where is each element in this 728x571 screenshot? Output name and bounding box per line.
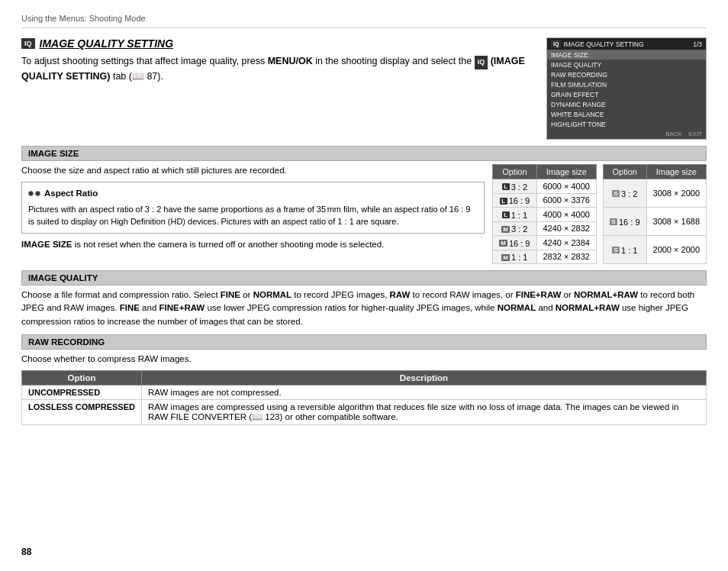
dot-icons — [28, 191, 40, 196]
menu-ok-label: MENU/OK — [268, 56, 313, 66]
table1-opt-1: L 16 : 9 — [493, 193, 536, 208]
table1-opt-2: L 1 : 1 — [493, 208, 536, 222]
table-row: S 3 : 2 3008 × 2000 — [603, 179, 706, 208]
size-table-1: Option Image size L 3 : 2 6000 × 4000 L … — [492, 164, 597, 264]
page-number: 88 — [21, 547, 31, 557]
table1-size-3: 4240 × 2832 — [536, 221, 596, 236]
table2-col1-header: Option — [603, 165, 646, 179]
menu-exit-label: EXIT — [688, 131, 702, 137]
table2-opt-1: S 16 : 9 — [603, 208, 646, 236]
menu-header-page: 1/3 — [693, 40, 702, 48]
table1-size-4: 4240 × 2384 — [536, 236, 596, 250]
image-size-note-bold: IMAGE SIZE — [21, 240, 72, 249]
aspect-ratio-title: Aspect Ratio — [28, 187, 478, 200]
camera-menu-footer: BACK EXIT — [547, 129, 706, 139]
menu-item-film-simulation: FILM SIMULATION — [547, 79, 706, 89]
image-quality-header: IMAGE QUALITY — [21, 270, 707, 286]
table-row: M 1 : 1 2832 × 2832 — [493, 250, 597, 264]
raw-desc-0: RAW images are not compressed. — [141, 386, 706, 400]
table-row: UNCOMPRESSED RAW images are not compress… — [22, 386, 707, 400]
table1-col1-header: Option — [493, 165, 536, 179]
iq-inline-icon: IQ — [475, 56, 488, 69]
table-row: M 16 : 9 4240 × 2384 — [493, 236, 597, 250]
table2-size-2: 2000 × 2000 — [646, 236, 706, 264]
size-tables: Option Image size L 3 : 2 6000 × 4000 L … — [492, 164, 707, 264]
table2-size-1: 3008 × 1688 — [646, 208, 706, 236]
table2-opt-0: S 3 : 2 — [603, 179, 646, 208]
dot-icon-1 — [28, 191, 34, 196]
menu-item-dynamic-range: DYNAMIC RANGE — [547, 99, 706, 109]
table-row: S 1 : 1 2000 × 2000 — [603, 236, 706, 264]
aspect-ratio-box: Aspect Ratio Pictures with an aspect rat… — [21, 182, 485, 233]
table-row: LOSSLESS COMPRESSED RAW images are compr… — [22, 400, 707, 425]
table1-col2-header: Image size — [536, 165, 596, 179]
size-table-2: Option Image size S 3 : 2 3008 × 2000 S … — [603, 164, 707, 264]
raw-recording-header: RAW RECORDING — [21, 334, 707, 350]
table2-opt-2: S 1 : 1 — [603, 236, 646, 264]
page-ref: 87 — [147, 71, 157, 82]
table1-size-2: 4000 × 4000 — [536, 208, 596, 222]
menu-item-image-quality: IMAGE QUALITY — [547, 60, 706, 69]
table-row: M 3 : 2 4240 × 2832 — [493, 221, 597, 236]
breadcrumb: Using the Menus: Shooting Mode — [21, 14, 707, 28]
raw-desc-1: RAW images are compressed using a revers… — [141, 400, 706, 425]
table-row: L 16 : 9 6000 × 3376 — [493, 193, 597, 208]
menu-item-image-size: IMAGE SIZE — [547, 50, 706, 60]
menu-item-raw-recording: RAW RECORDING — [547, 69, 706, 79]
camera-menu-header: IQ IMAGE QUALITY SETTING 1/3 — [547, 38, 706, 50]
table1-size-1: 6000 × 3376 — [536, 193, 596, 208]
camera-menu-items: IMAGE SIZE IMAGE QUALITY RAW RECORDING F… — [547, 50, 706, 129]
raw-opt-1: LOSSLESS COMPRESSED — [22, 400, 142, 425]
table1-opt-4: M 16 : 9 — [493, 236, 536, 250]
menu-item-grain-effect: GRAIN EFFECT — [547, 89, 706, 99]
image-quality-text: Choose a file format and compression rat… — [21, 289, 707, 328]
image-size-note-text: is not reset when the camera is turned o… — [72, 240, 384, 249]
intro-text-close: ). — [157, 71, 163, 82]
iq-badge: IQ — [21, 38, 35, 49]
intro-text-after: tab ( — [110, 71, 132, 82]
raw-opt-0: UNCOMPRESSED — [22, 386, 142, 400]
table1-size-5: 2832 × 2832 — [536, 250, 596, 264]
menu-item-highlight-tone: HIGHLIGHT TONE — [547, 119, 706, 129]
aspect-ratio-label: Aspect Ratio — [44, 187, 98, 200]
page: Using the Menus: Shooting Mode IQ IMAGE … — [0, 0, 728, 571]
table-row: S 16 : 9 3008 × 1688 — [603, 208, 706, 236]
menu-back-label: BACK — [665, 131, 682, 137]
image-size-description: Choose the size and aspect ratio at whic… — [21, 164, 485, 177]
intro-text-before: To adjust shooting settings that affect … — [21, 56, 268, 66]
intro-paragraph: To adjust shooting settings that affect … — [21, 54, 525, 83]
table2-col2-header: Image size — [646, 165, 706, 179]
intro-text-middle: in the shooting display and select the — [313, 56, 475, 66]
table1-opt-5: M 1 : 1 — [493, 250, 536, 264]
table1-size-0: 6000 × 4000 — [536, 179, 596, 194]
image-size-layout: Choose the size and aspect ratio at whic… — [21, 164, 707, 264]
main-title-text: IMAGE QUALITY SETTING — [40, 37, 174, 50]
table1-opt-3: M 3 : 2 — [493, 221, 536, 236]
table-row: L 3 : 2 6000 × 4000 — [493, 179, 597, 194]
menu-header-icon: IQ — [551, 40, 561, 48]
image-size-note: IMAGE SIZE is not reset when the camera … — [21, 238, 485, 251]
menu-header-title: IMAGE QUALITY SETTING — [563, 40, 643, 48]
image-size-header: IMAGE SIZE — [21, 146, 707, 161]
table2-size-0: 3008 × 2000 — [646, 179, 706, 208]
menu-item-white-balance: WHITE BALANCE — [547, 109, 706, 119]
aspect-ratio-text: Pictures with an aspect ratio of 3 : 2 h… — [28, 203, 478, 228]
camera-menu-screenshot: IQ IMAGE QUALITY SETTING 1/3 IMAGE SIZE … — [546, 37, 707, 140]
dot-icon-2 — [35, 191, 40, 196]
image-size-left: Choose the size and aspect ratio at whic… — [21, 164, 485, 251]
raw-col2-header: Description — [141, 371, 706, 386]
main-section-title: IQ IMAGE QUALITY SETTING — [21, 37, 546, 50]
raw-recording-table: Option Description UNCOMPRESSED RAW imag… — [21, 370, 707, 425]
table-row: L 1 : 1 4000 × 4000 — [493, 208, 597, 222]
table1-opt-0: L 3 : 2 — [493, 179, 536, 194]
raw-col1-header: Option — [22, 371, 142, 386]
title-block: IQ IMAGE QUALITY SETTING To adjust shoot… — [21, 37, 546, 83]
raw-recording-description: Choose whether to compress RAW images. — [21, 353, 707, 366]
